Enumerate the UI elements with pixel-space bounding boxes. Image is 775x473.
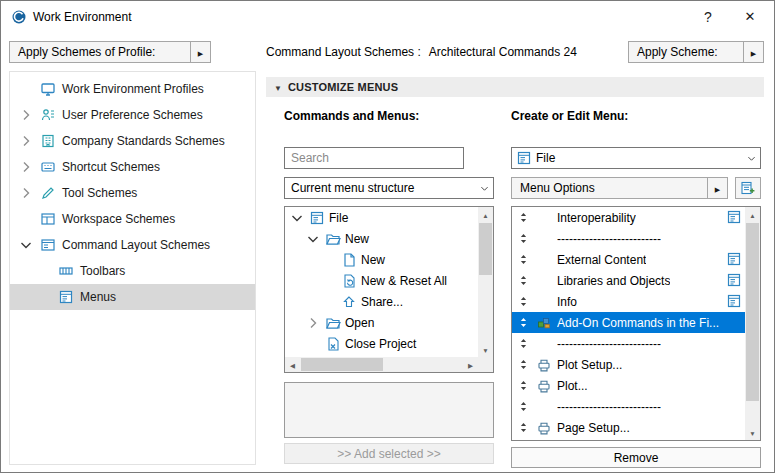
icon-slot (536, 399, 552, 415)
chevron-right-icon[interactable] (18, 185, 34, 201)
apply-scheme-button[interactable]: Apply Scheme: (628, 41, 764, 63)
search-input[interactable] (284, 147, 464, 169)
sidebar-item-workspace-schemes[interactable]: Workspace Schemes (10, 206, 255, 232)
tree-item-label: New & Reset All (361, 274, 447, 288)
move-updown-icon[interactable] (517, 211, 530, 224)
scheme-category-label: Command Layout Schemes : (266, 45, 421, 59)
separator-label: -------------------------- (557, 232, 661, 246)
separator-row[interactable]: -------------------------- (512, 333, 745, 354)
menu-items-list-panel: Interoperability -----------------------… (511, 206, 761, 441)
scrollbar-thumb[interactable] (746, 223, 759, 401)
scrollbar-thumb[interactable] (301, 358, 383, 371)
sidebar-item-work-environment-profiles[interactable]: Work Environment Profiles (10, 76, 255, 102)
submenu-icon (726, 272, 742, 288)
sidebar-item-company-standards-schemes[interactable]: Company Standards Schemes (10, 128, 255, 154)
context-label: Command Layout Schemes :Architectural Co… (266, 41, 577, 63)
tree-vertical-scrollbar[interactable] (478, 207, 493, 357)
tree-item-label: File (329, 211, 348, 225)
menu-options-button[interactable]: Menu Options (511, 177, 728, 199)
scroll-down-icon[interactable] (478, 342, 493, 357)
chevron-down-icon[interactable] (305, 231, 321, 247)
separator-row[interactable]: -------------------------- (512, 396, 745, 417)
close-button[interactable]: ✕ (733, 1, 767, 33)
tree-item-file[interactable]: File (285, 207, 493, 228)
list-vertical-scrollbar[interactable] (745, 207, 760, 440)
work-environment-dialog: Work Environment ? ✕ Apply Schemes of Pr… (0, 0, 775, 473)
chevron-right-icon[interactable] (18, 159, 34, 175)
scrollbar-thumb[interactable] (479, 223, 492, 275)
sidebar-item-label: Company Standards Schemes (62, 134, 225, 148)
menu-row-info[interactable]: Info (512, 291, 745, 312)
flyout-arrow-icon[interactable] (743, 42, 763, 62)
move-updown-icon[interactable] (517, 400, 530, 413)
remove-button[interactable]: Remove (511, 447, 761, 468)
chevron-down-icon[interactable] (289, 210, 305, 226)
chevron-down-icon[interactable] (475, 183, 493, 194)
company-scheme-icon (40, 133, 56, 149)
plot-setup-icon (536, 357, 552, 373)
icon-slot (536, 231, 552, 247)
scroll-up-icon[interactable] (478, 207, 493, 222)
move-updown-icon[interactable] (517, 316, 530, 329)
separator-row[interactable]: -------------------------- (512, 228, 745, 249)
submenu-icon (726, 293, 742, 309)
move-updown-icon[interactable] (517, 232, 530, 245)
move-updown-icon[interactable] (517, 274, 530, 287)
customize-menus-section-bar[interactable]: CUSTOMIZE MENUS (266, 77, 764, 97)
tree-item-share[interactable]: Share... (285, 291, 493, 312)
move-updown-icon[interactable] (517, 337, 530, 350)
menu-row-plot[interactable]: Plot... (512, 375, 745, 396)
scroll-down-icon[interactable] (745, 425, 760, 440)
move-updown-icon[interactable] (517, 358, 530, 371)
scroll-up-icon[interactable] (745, 207, 760, 222)
menu-row-label: Page Setup... (557, 421, 630, 435)
move-updown-icon[interactable] (517, 253, 530, 266)
menu-row-label: Plot Setup... (557, 358, 622, 372)
toolbars-icon (58, 263, 74, 279)
tree-item-new-reset-all[interactable]: New & Reset All (285, 270, 493, 291)
tree-horizontal-scrollbar[interactable] (285, 357, 478, 372)
tree-item-open[interactable]: Open (285, 312, 493, 333)
section-title: CUSTOMIZE MENUS (288, 81, 398, 93)
chevron-right-icon[interactable] (305, 315, 321, 331)
sidebar-item-shortcut-schemes[interactable]: Shortcut Schemes (10, 154, 255, 180)
menu-row-libraries-and-objects[interactable]: Libraries and Objects (512, 270, 745, 291)
menu-row-interoperability[interactable]: Interoperability (512, 207, 745, 228)
sidebar-item-toolbars[interactable]: Toolbars (10, 258, 255, 284)
document-reset-icon (341, 273, 357, 289)
chevron-down-icon[interactable] (742, 153, 760, 164)
menu-row-external-content[interactable]: External Content (512, 249, 745, 270)
icon-slot (536, 210, 552, 226)
tree-item-label: Share... (361, 295, 403, 309)
new-menu-icon (740, 180, 756, 196)
scroll-left-icon[interactable] (285, 357, 300, 372)
move-updown-icon[interactable] (517, 379, 530, 392)
sidebar-item-command-layout-schemes[interactable]: Command Layout Schemes (10, 232, 255, 258)
new-menu-button[interactable] (735, 177, 761, 199)
flyout-arrow-icon[interactable] (707, 178, 727, 198)
menu-row-add-on-commands[interactable]: Add-On Commands in the Fi... (512, 312, 745, 333)
help-button[interactable]: ? (693, 1, 723, 33)
menu-icon (309, 210, 325, 226)
flyout-arrow-icon[interactable] (190, 42, 210, 62)
move-updown-icon[interactable] (517, 295, 530, 308)
triangle-down-icon[interactable] (274, 80, 282, 94)
sidebar-item-menus[interactable]: Menus (10, 284, 255, 310)
menu-structure-select[interactable]: Current menu structure (284, 177, 494, 199)
menu-row-page-setup[interactable]: Page Setup... (512, 417, 745, 438)
chevron-down-icon[interactable] (18, 237, 34, 253)
sidebar-item-user-preference-schemes[interactable]: User Preference Schemes (10, 102, 255, 128)
chevron-right-icon[interactable] (18, 133, 34, 149)
tree-item-new-submenu[interactable]: New (285, 228, 493, 249)
add-selected-button[interactable]: >> Add selected >> (284, 443, 494, 464)
move-updown-icon[interactable] (517, 421, 530, 434)
menu-row-plot-setup[interactable]: Plot Setup... (512, 354, 745, 375)
chevron-right-icon[interactable] (18, 107, 34, 123)
apply-schemes-of-profile-button[interactable]: Apply Schemes of Profile: (9, 41, 211, 63)
edit-menu-select[interactable]: File (511, 147, 761, 169)
sidebar-item-tool-schemes[interactable]: Tool Schemes (10, 180, 255, 206)
tree-item-close-project[interactable]: Close Project (285, 333, 493, 354)
scroll-right-icon[interactable] (463, 357, 478, 372)
menu-row-label: External Content (557, 253, 646, 267)
tree-item-new[interactable]: New (285, 249, 493, 270)
